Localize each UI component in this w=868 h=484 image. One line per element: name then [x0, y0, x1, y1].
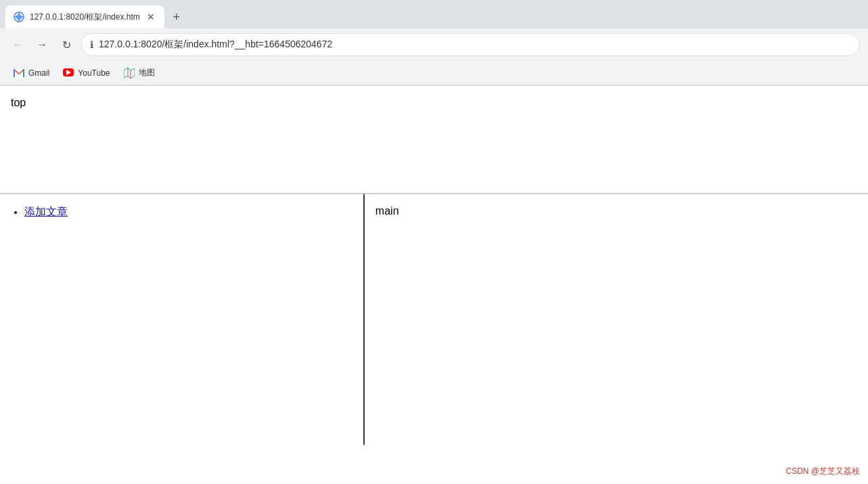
reload-button[interactable]: ↻: [57, 35, 76, 54]
bookmark-maps-label: 地图: [139, 67, 155, 79]
page-content: top 添加文章 main: [0, 86, 868, 445]
gmail-icon: [14, 68, 24, 79]
bookmark-gmail[interactable]: Gmail: [8, 65, 55, 81]
svg-rect-5: [14, 69, 15, 77]
browser-tab[interactable]: 127.0.0.1:8020/框架/index.htm ✕: [5, 5, 164, 28]
tab-bar: 127.0.0.1:8020/框架/index.htm ✕ +: [0, 0, 868, 28]
maps-icon: [124, 68, 135, 79]
svg-marker-7: [124, 68, 135, 79]
top-frame-text: top: [11, 97, 26, 108]
forward-button[interactable]: →: [32, 35, 51, 54]
security-icon: ℹ: [90, 39, 93, 50]
toolbar: ← → ↻ ℹ 127.0.0.1:8020/框架/index.html?__h…: [0, 28, 868, 61]
main-frame-text: main: [375, 205, 399, 217]
tab-title: 127.0.0.1:8020/框架/index.htm: [30, 12, 140, 23]
bookmarks-bar: Gmail YouTube 地图: [0, 61, 868, 85]
address-text: 127.0.0.1:8020/框架/index.html?__hbt=16645…: [99, 39, 851, 51]
bookmark-gmail-label: Gmail: [28, 68, 49, 78]
svg-rect-6: [23, 69, 24, 77]
new-tab-button[interactable]: +: [167, 7, 186, 26]
list-item: 添加文章: [24, 205, 352, 219]
left-frame: 添加文章: [0, 194, 365, 445]
bottom-frameset: 添加文章 main: [0, 194, 868, 445]
address-bar[interactable]: ℹ 127.0.0.1:8020/框架/index.html?__hbt=166…: [81, 33, 860, 56]
left-frame-list: 添加文章: [11, 205, 352, 219]
tab-close-button[interactable]: ✕: [145, 12, 156, 22]
browser-chrome: 127.0.0.1:8020/框架/index.htm ✕ + ← → ↻ ℹ …: [0, 0, 868, 86]
back-button[interactable]: ←: [8, 35, 27, 54]
top-frame: top: [0, 86, 868, 194]
bookmark-youtube-label: YouTube: [78, 68, 110, 78]
right-frame: main: [365, 194, 868, 445]
bookmark-maps[interactable]: 地图: [118, 64, 160, 81]
add-article-link[interactable]: 添加文章: [24, 206, 68, 217]
youtube-icon: [63, 68, 74, 79]
bookmark-youtube[interactable]: YouTube: [58, 65, 115, 81]
tab-favicon: [14, 12, 24, 22]
